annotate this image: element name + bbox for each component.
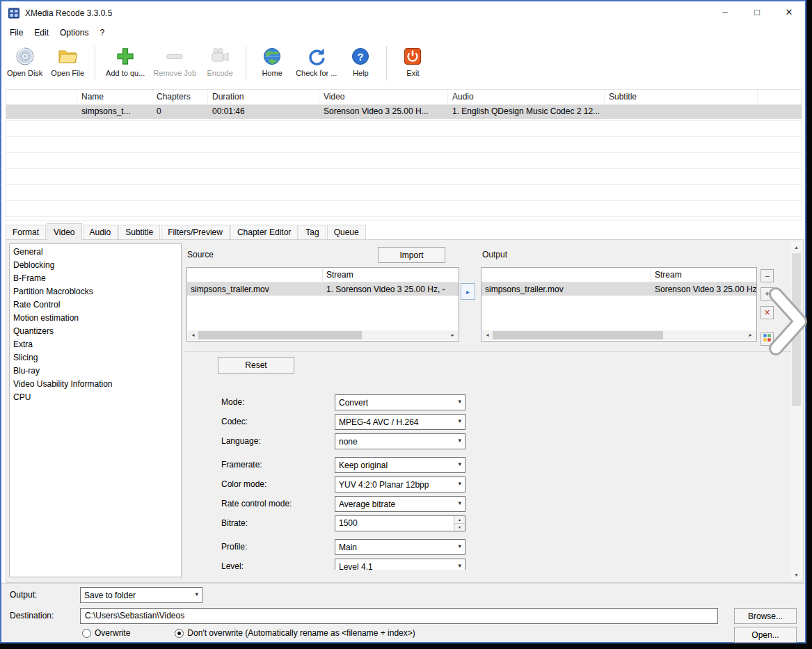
- job-cell-video: Sorenson Video 3 25.00 H...: [319, 105, 448, 119]
- video-section-rate-control[interactable]: Rate Control: [10, 298, 181, 312]
- toolbar-button-check-for[interactable]: Check for ...: [292, 45, 341, 79]
- job-col-blank-0[interactable]: [6, 90, 77, 104]
- select-rate-control-mode[interactable]: Average bitrate▾: [335, 496, 465, 512]
- open-button[interactable]: Open...: [734, 627, 797, 643]
- output-hscrollbar[interactable]: ◂ ▸: [482, 330, 756, 340]
- spinner-bitrate[interactable]: 1500▴▾: [335, 515, 465, 531]
- video-section-cpu[interactable]: CPU: [10, 391, 181, 404]
- menu-file[interactable]: File: [4, 26, 29, 40]
- radio-circle: [82, 629, 91, 638]
- video-section-video-usability-information[interactable]: Video Usability Information: [10, 378, 181, 391]
- radio-don-t[interactable]: Don't overwrite (Automatically rename as…: [175, 628, 415, 638]
- output-stream-row[interactable]: simpsons_trailer.mov Sorenson Video 3 25…: [481, 282, 756, 296]
- menu-edit[interactable]: Edit: [29, 26, 54, 40]
- source-hscroll-thumb[interactable]: [198, 331, 362, 339]
- close-button[interactable]: ✕: [773, 1, 805, 22]
- job-table-rows[interactable]: simpsons_t...000:01:46Sorenson Video 3 2…: [6, 105, 802, 221]
- select-language[interactable]: none▾: [335, 433, 465, 449]
- window-title: XMedia Recode 3.3.0.5: [25, 8, 112, 18]
- menu-options[interactable]: Options: [54, 26, 94, 40]
- scroll-down-icon[interactable]: ▾: [791, 570, 802, 580]
- minimize-button[interactable]: –: [709, 1, 741, 22]
- spinner-up-icon[interactable]: ▴: [454, 516, 465, 524]
- transfer-stream-button[interactable]: ▸: [461, 283, 475, 300]
- tab-tag[interactable]: Tag: [298, 225, 326, 239]
- spinner-down-icon[interactable]: ▾: [454, 524, 465, 531]
- scroll-right-icon[interactable]: ▸: [745, 330, 756, 340]
- reset-button[interactable]: Reset: [218, 357, 294, 374]
- toolbar-button-label: Remove Job: [153, 69, 196, 77]
- spinner-arrows: ▴▾: [454, 516, 465, 531]
- scroll-up-icon[interactable]: ▴: [791, 242, 802, 253]
- chevron-down-icon: ▾: [458, 562, 461, 569]
- toolbar: Open DiskOpen FileAdd to qu...Remove Job…: [3, 40, 805, 88]
- select-level[interactable]: Level 4.1▾: [335, 559, 465, 570]
- source-hscrollbar[interactable]: ◂ ▸: [188, 330, 458, 340]
- output-hscroll-track[interactable]: [493, 330, 745, 340]
- job-row[interactable]: simpsons_t...000:01:46Sorenson Video 3 2…: [6, 105, 802, 119]
- video-section-slicing[interactable]: Slicing: [10, 351, 181, 364]
- job-col-subtitle[interactable]: Subtitle: [605, 90, 758, 104]
- tab-queue[interactable]: Queue: [327, 225, 366, 239]
- job-col-chapters[interactable]: Chapters: [152, 90, 208, 104]
- select-framerate[interactable]: Keep original▾: [335, 457, 465, 473]
- toolbar-button-add-to-qu[interactable]: Add to qu...: [102, 45, 149, 79]
- scroll-left-icon[interactable]: ◂: [188, 330, 198, 340]
- radio-label: Don't overwrite (Automatically rename as…: [187, 628, 415, 638]
- output-mode-label: Output:: [10, 590, 37, 600]
- stream-remove-button[interactable]: –: [761, 269, 774, 282]
- output-hscroll-thumb[interactable]: [493, 331, 663, 339]
- select-color-mode[interactable]: YUV 4:2:0 Planar 12bpp▾: [335, 476, 465, 492]
- job-col-duration[interactable]: Duration: [208, 90, 319, 104]
- toolbar-button-exit[interactable]: Exit: [393, 45, 432, 79]
- destination-input[interactable]: C:\Users\Sebastian\Videos: [80, 608, 718, 624]
- job-col-video[interactable]: Video: [319, 90, 448, 104]
- video-section-extra[interactable]: Extra: [10, 338, 181, 351]
- video-section-blu-ray[interactable]: Blu-ray: [10, 364, 181, 378]
- source-stream-table: Stream simpsons_trailer.mov 1. Sorenson …: [186, 267, 459, 342]
- source-table-header: Stream: [187, 268, 459, 282]
- select-profile[interactable]: Main▾: [335, 539, 465, 555]
- output-stream: Sorenson Video 3 25.00 Hz,: [651, 282, 756, 296]
- job-col-blank-7[interactable]: [758, 90, 802, 104]
- maximize-button[interactable]: □: [741, 1, 773, 22]
- toolbar-button-help[interactable]: ?Help: [341, 45, 380, 79]
- video-section-motion-estimation[interactable]: Motion estimation: [10, 312, 181, 325]
- toolbar-button-open-file[interactable]: Open File: [47, 45, 88, 79]
- scroll-right-icon[interactable]: ▸: [447, 330, 458, 340]
- video-section-partition-macroblocks[interactable]: Partition Macroblocks: [10, 285, 181, 298]
- output-mode-select[interactable]: Save to folder ▾: [80, 587, 202, 603]
- select-codec[interactable]: MPEG-4 AVC / H.264▾: [335, 414, 465, 430]
- field-rate-control-mode: Rate control mode:Average bitrate▾: [183, 496, 496, 512]
- help-icon: ?: [350, 46, 371, 67]
- scroll-left-icon[interactable]: ◂: [482, 330, 493, 340]
- toolbar-button-encode: Encode: [200, 45, 239, 79]
- tab-filters-preview[interactable]: Filters/Preview: [161, 225, 230, 239]
- menu-help[interactable]: ?: [94, 26, 110, 40]
- toolbar-button-home[interactable]: Home: [253, 45, 292, 79]
- field-level: Level:Level 4.1▾: [183, 559, 496, 570]
- video-section-b-frame[interactable]: B-Frame: [10, 272, 181, 285]
- job-col-name[interactable]: Name: [77, 90, 152, 104]
- output-stream-column: Stream: [651, 268, 756, 282]
- radio-overwrite[interactable]: Overwrite: [82, 628, 130, 638]
- select-value: none: [339, 437, 358, 447]
- tab-chapter-editor[interactable]: Chapter Editor: [230, 225, 298, 239]
- tab-audio[interactable]: Audio: [83, 225, 118, 239]
- browse-button[interactable]: Browse...: [734, 608, 797, 624]
- job-col-audio[interactable]: Audio: [448, 90, 605, 104]
- source-hscroll-track[interactable]: [198, 330, 447, 340]
- select-mode[interactable]: Convert▾: [335, 394, 465, 410]
- import-button[interactable]: Import: [378, 247, 445, 263]
- field-framerate: Framerate:Keep original▾: [183, 457, 496, 473]
- output-table-header: Stream: [481, 268, 756, 282]
- tab-video[interactable]: Video: [47, 223, 81, 240]
- toolbar-separator: [246, 46, 246, 81]
- video-section-quantizers[interactable]: Quantizers: [10, 325, 181, 338]
- toolbar-button-open-disk[interactable]: Open Disk: [3, 45, 47, 79]
- video-section-general[interactable]: General: [10, 246, 181, 259]
- tab-format[interactable]: Format: [6, 225, 46, 239]
- tab-subtitle[interactable]: Subtitle: [118, 225, 160, 239]
- source-stream-row[interactable]: simpsons_trailer.mov 1. Sorenson Video 3…: [187, 282, 459, 296]
- video-section-deblocking[interactable]: Deblocking: [10, 259, 181, 272]
